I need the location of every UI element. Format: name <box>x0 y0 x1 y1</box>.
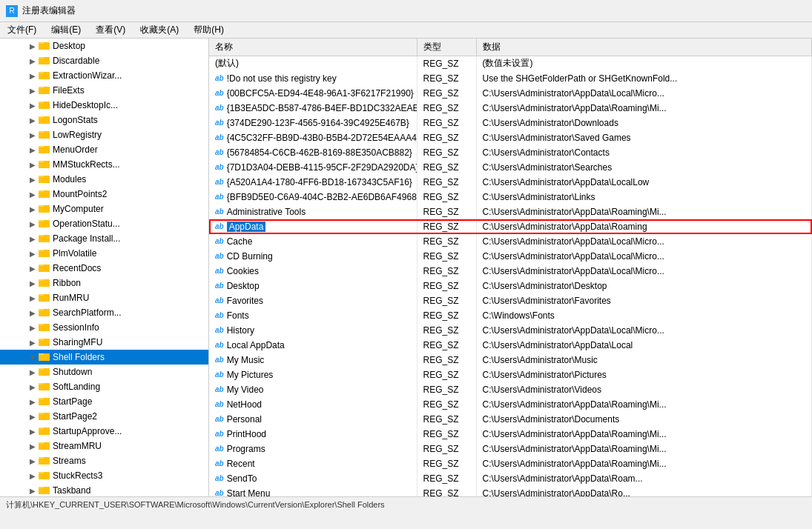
table-row[interactable]: ab{7D1D3A04-DEBB-4115-95CF-2F29DA2920DA}… <box>209 160 812 175</box>
tree-item[interactable]: ▶ SoftLanding <box>0 379 208 394</box>
tree-arrow[interactable]: ▶ <box>27 205 39 213</box>
table-row[interactable]: abCD BurningREG_SZC:\Users\Administrator… <box>209 249 812 264</box>
tree-arrow[interactable]: ▶ <box>27 42 39 50</box>
tree-arrow[interactable]: ▶ <box>27 161 39 169</box>
tree-arrow[interactable]: ▶ <box>27 457 39 465</box>
tree-arrow[interactable]: ▶ <box>27 57 39 65</box>
menu-view[interactable]: 查看(V) <box>91 22 130 38</box>
table-row[interactable]: abRecentREG_SZC:\Users\Administrator\App… <box>209 456 812 471</box>
tree-arrow[interactable]: ▶ <box>27 102 39 110</box>
table-row[interactable]: abNetHoodREG_SZC:\Users\Administrator\Ap… <box>209 397 812 412</box>
table-row[interactable]: ab{00BCFC5A-ED94-4E48-96A1-3F6217F21990}… <box>209 86 812 101</box>
tree-item[interactable]: ▶ MyComputer <box>0 202 208 216</box>
right-panel[interactable]: 名称 类型 数据 (默认)REG_SZ(数值未设置)ab!Do not use … <box>209 39 812 496</box>
table-row[interactable]: abCacheREG_SZC:\Users\Administrator\AppD… <box>209 234 812 249</box>
tree-item[interactable]: ▶ Shutdown <box>0 365 208 379</box>
tree-arrow[interactable]: ▶ <box>27 368 39 376</box>
tree-arrow[interactable]: ▶ <box>27 383 39 391</box>
tree-item[interactable]: ▶ Streams <box>0 453 208 468</box>
tree-item[interactable]: ▶ MountPoints2 <box>0 187 208 202</box>
tree-arrow[interactable]: ▶ <box>27 87 39 95</box>
table-row[interactable]: abSendToREG_SZC:\Users\Administrator\App… <box>209 471 812 486</box>
tree-item[interactable]: ▶ SessionInfo <box>0 320 208 335</box>
tree-arrow[interactable]: ▶ <box>27 116 39 124</box>
tree-item[interactable]: ▶ StartPage <box>0 394 208 409</box>
tree-arrow[interactable]: ▶ <box>27 131 39 139</box>
table-row[interactable]: abMy PicturesREG_SZC:\Users\Administrato… <box>209 367 812 382</box>
tree-item[interactable]: ▶ MMStuckRects... <box>0 157 208 172</box>
tree-item[interactable]: ▶ Modules <box>0 172 208 187</box>
tree-arrow[interactable]: ▶ <box>27 294 39 302</box>
tree-item[interactable]: ▶ Ribbon <box>0 276 208 290</box>
tree-item[interactable]: ▼ Shell Folders <box>0 350 208 365</box>
table-row[interactable]: ab{A520A1A4-1780-4FF6-BD18-167343C5AF16}… <box>209 175 812 190</box>
tree-item[interactable]: ▶ StartPage2 <box>0 409 208 424</box>
tree-item[interactable]: ▶ LowRegistry <box>0 127 208 142</box>
tree-arrow[interactable]: ▼ <box>27 353 39 362</box>
tree-item[interactable]: ▶ Discardable <box>0 53 208 68</box>
menu-edit[interactable]: 编辑(E) <box>47 22 85 38</box>
tree-item[interactable]: ▶ RecentDocs <box>0 261 208 276</box>
tree-arrow[interactable]: ▶ <box>27 472 39 480</box>
table-row[interactable]: abFontsREG_SZC:\Windows\Fonts <box>209 308 812 323</box>
tree-arrow[interactable]: ▶ <box>27 398 39 406</box>
tree-item[interactable]: ▶ OperationStatu... <box>0 216 208 231</box>
tree-arrow[interactable]: ▶ <box>27 72 39 80</box>
table-row[interactable]: ab{4C5C32FF-BB9D-43B0-B5B4-2D72E54EAAA4}… <box>209 130 812 145</box>
menu-file[interactable]: 文件(F) <box>3 22 41 38</box>
tree-item[interactable]: ▶ SharingMFU <box>0 335 208 350</box>
table-row[interactable]: abAppDataREG_SZC:\Users\Administrator\Ap… <box>209 219 812 234</box>
tree-arrow[interactable]: ▶ <box>27 324 39 332</box>
tree-item[interactable]: ▶ SearchPlatform... <box>0 305 208 320</box>
tree-item[interactable]: ▶ Package Install... <box>0 231 208 246</box>
menu-help[interactable]: 帮助(H) <box>189 22 228 38</box>
tree-arrow[interactable]: ▶ <box>27 190 39 199</box>
table-row[interactable]: ab{BFB9D5E0-C6A9-404C-B2B2-AE6DB6AF4968}… <box>209 190 812 204</box>
table-row[interactable]: abLocal AppDataREG_SZC:\Users\Administra… <box>209 338 812 353</box>
table-row[interactable]: abDesktopREG_SZC:\Users\Administrator\De… <box>209 279 812 293</box>
tree-item[interactable]: ▶ StuckRects3 <box>0 468 208 483</box>
table-row[interactable]: ab!Do not use this registry keyREG_SZUse… <box>209 71 812 86</box>
tree-item[interactable]: ▶ Desktop <box>0 39 208 53</box>
table-row[interactable]: abStart MenuREG_SZC:\Users\Administrator… <box>209 486 812 497</box>
svg-rect-41 <box>39 236 50 242</box>
tree-arrow[interactable]: ▶ <box>27 235 39 243</box>
tree-item[interactable]: ▶ StartupApprove... <box>0 424 208 439</box>
tree-arrow[interactable]: ▶ <box>27 220 39 228</box>
tree-item[interactable]: ▶ StreamMRU <box>0 439 208 453</box>
table-row[interactable]: ab{1B3EA5DC-B587-4786-B4EF-BD1DC332AEAE}… <box>209 101 812 116</box>
table-row[interactable]: abCookiesREG_SZC:\Users\Administrator\Ap… <box>209 264 812 279</box>
table-row[interactable]: abPrintHoodREG_SZC:\Users\Administrator\… <box>209 427 812 442</box>
tree-item[interactable]: ▶ LogonStats <box>0 113 208 127</box>
tree-item[interactable]: ▶ HideDesktopIc... <box>0 98 208 113</box>
tree-arrow[interactable]: ▶ <box>27 146 39 154</box>
tree-item[interactable]: ▶ PlmVolatile <box>0 246 208 261</box>
table-row[interactable]: abFavoritesREG_SZC:\Users\Administrator\… <box>209 293 812 308</box>
tree-arrow[interactable]: ▶ <box>27 176 39 184</box>
table-row[interactable]: abHistoryREG_SZC:\Users\Administrator\Ap… <box>209 323 812 338</box>
tree-arrow[interactable]: ▶ <box>27 339 39 347</box>
tree-arrow[interactable]: ▶ <box>27 487 39 495</box>
table-row[interactable]: abMy VideoREG_SZC:\Users\Administrator\V… <box>209 382 812 397</box>
tree-arrow[interactable]: ▶ <box>27 250 39 258</box>
table-row[interactable]: abAdministrative ToolsREG_SZC:\Users\Adm… <box>209 204 812 219</box>
left-panel[interactable]: ▶ Desktop▶ Discardable▶ ExtractionWizar.… <box>0 39 209 496</box>
tree-arrow[interactable]: ▶ <box>27 309 39 317</box>
tree-arrow[interactable]: ▶ <box>27 413 39 421</box>
tree-arrow[interactable]: ▶ <box>27 442 39 450</box>
tree-item[interactable]: ▶ RunMRU <box>0 290 208 305</box>
tree-item[interactable]: ▶ FileExts <box>0 83 208 98</box>
table-row[interactable]: (默认)REG_SZ(数值未设置) <box>209 56 812 71</box>
table-row[interactable]: abMy MusicREG_SZC:\Users\Administrator\M… <box>209 353 812 367</box>
tree-item[interactable]: ▶ ExtractionWizar... <box>0 68 208 83</box>
table-row[interactable]: abPersonalREG_SZC:\Users\Administrator\D… <box>209 412 812 427</box>
tree-arrow[interactable]: ▶ <box>27 264 39 273</box>
tree-item[interactable]: ▶ MenuOrder <box>0 142 208 157</box>
menu-favorites[interactable]: 收藏夹(A) <box>136 22 183 38</box>
table-row[interactable]: ab{374DE290-123F-4565-9164-39C4925E467B}… <box>209 116 812 130</box>
tree-arrow[interactable]: ▶ <box>27 279 39 287</box>
table-row[interactable]: abProgramsREG_SZC:\Users\Administrator\A… <box>209 442 812 456</box>
table-row[interactable]: ab{56784854-C6CB-462B-8169-88E350ACB882}… <box>209 145 812 160</box>
tree-item[interactable]: ▶ Taskband <box>0 483 208 496</box>
tree-arrow[interactable]: ▶ <box>27 427 39 436</box>
